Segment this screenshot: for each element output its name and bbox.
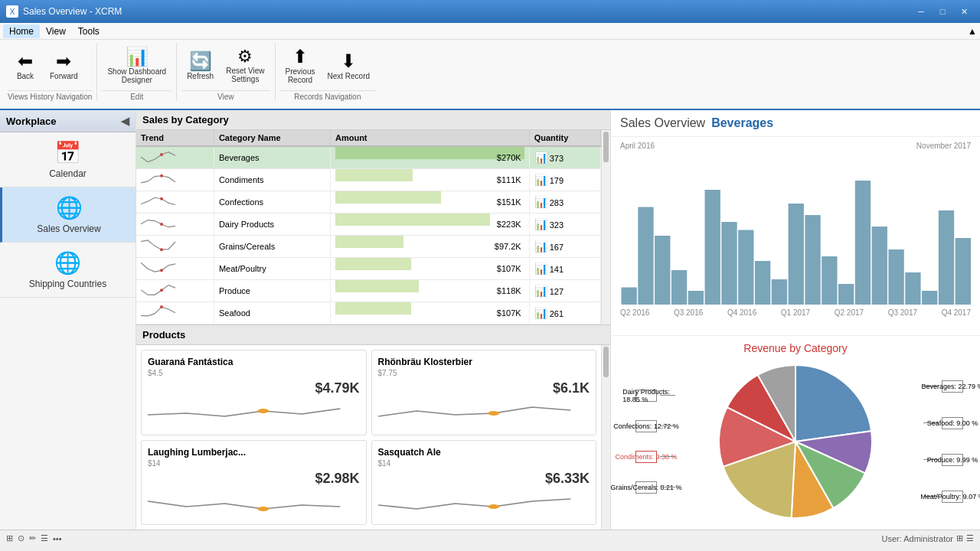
menu-item-home[interactable]: Home bbox=[3, 24, 40, 38]
user-label: User: Administrator bbox=[881, 534, 953, 543]
svg-point-8 bbox=[257, 409, 269, 413]
back-label: Back bbox=[17, 72, 34, 80]
amount-cell-6: $118K bbox=[330, 280, 529, 302]
svg-rect-14 bbox=[655, 236, 670, 305]
next-label: Next Record bbox=[327, 72, 370, 80]
trend-cell-7 bbox=[136, 302, 214, 324]
table-row[interactable]: Meat/Poultry $107K 📊 141 bbox=[136, 258, 601, 280]
sidebar-item-shipping-countries[interactable]: 🌐 Shipping Countries bbox=[0, 243, 136, 298]
col-category: Category Name bbox=[214, 130, 330, 146]
product-card[interactable]: Rhönbräu Klosterbier $7.75 $6.1K bbox=[371, 350, 597, 435]
svg-point-0 bbox=[160, 153, 163, 156]
dashboard-icon: 📊 bbox=[126, 47, 149, 66]
group-label-edit: Edit bbox=[102, 90, 172, 101]
category-cell-4: Grains/Cereals bbox=[214, 236, 330, 258]
svg-rect-12 bbox=[621, 288, 636, 305]
menu-expander[interactable]: ▲ bbox=[968, 26, 977, 37]
table-row[interactable]: Produce $118K 📊 127 bbox=[136, 280, 601, 302]
amount-cell-2: $151K bbox=[330, 191, 529, 214]
table-row[interactable]: Beverages $270K 📊 373 bbox=[136, 146, 601, 169]
forward-button[interactable]: ➡ Forward bbox=[44, 49, 83, 83]
sidebar-title: Workplace bbox=[6, 116, 57, 127]
legend-produce: Produce: 9.99 % bbox=[923, 454, 963, 466]
status-more[interactable]: ••• bbox=[53, 534, 62, 543]
table-scrollbar[interactable] bbox=[601, 130, 610, 324]
pie-chart-container: Revenue by Category Dairy Products:18.85… bbox=[611, 336, 980, 530]
close-button[interactable]: ✕ bbox=[954, 4, 974, 19]
ribbon-content: ⬅ Back ➡ Forward Views History Navigatio… bbox=[0, 40, 980, 109]
category-cell-3: Dairy Products bbox=[214, 214, 330, 236]
main-layout: Workplace ◀ 📅 Calendar 🌐 Sales Overview … bbox=[0, 110, 980, 530]
product-card[interactable]: Guaraná Fantástica $4.5 $4.79K bbox=[141, 350, 367, 435]
pie-chart-svg bbox=[719, 365, 872, 518]
pie-chart-title: Revenue by Category bbox=[620, 342, 971, 354]
x-label-q3-2016: Q3 2016 bbox=[674, 308, 703, 317]
previous-record-button[interactable]: ⬆ Previous Record bbox=[280, 44, 321, 87]
legend-dairy-box: Dairy Products:18.85 % bbox=[635, 390, 657, 402]
product-card[interactable]: Laughing Lumberjac... $14 $2.98K bbox=[141, 440, 367, 526]
legend-grains: Grains/Cereals: 8.21 % bbox=[635, 481, 675, 494]
table-row[interactable]: Condiments $111K 📊 179 bbox=[136, 169, 601, 191]
col-trend: Trend bbox=[136, 130, 214, 146]
back-button[interactable]: ⬅ Back bbox=[8, 49, 43, 83]
minimize-button[interactable]: ─ bbox=[911, 4, 931, 19]
product-name: Guaraná Fantástica bbox=[148, 357, 360, 367]
trend-cell-1 bbox=[136, 169, 214, 191]
maximize-button[interactable]: □ bbox=[933, 4, 952, 19]
sidebar-toggle-button[interactable]: ◀ bbox=[121, 115, 129, 127]
product-value: $4.79K bbox=[148, 380, 360, 396]
products-scrollbar[interactable] bbox=[601, 345, 610, 530]
ribbon-group-btns-view: 🔄 Refresh ⚙ Reset View Settings bbox=[181, 43, 270, 89]
product-price: $7.75 bbox=[378, 369, 590, 377]
menu-item-tools[interactable]: Tools bbox=[72, 24, 106, 38]
table-row[interactable]: Confections $151K 📊 283 bbox=[136, 191, 601, 214]
product-value: $6.1K bbox=[378, 380, 590, 396]
reset-view-settings-button[interactable]: ⚙ Reset View Settings bbox=[220, 45, 270, 86]
product-card[interactable]: Sasquatch Ale $14 $6.33K bbox=[371, 440, 597, 526]
sidebar-item-calendar[interactable]: 📅 Calendar bbox=[0, 132, 136, 187]
svg-point-4 bbox=[160, 248, 163, 251]
refresh-icon: 🔄 bbox=[189, 52, 212, 70]
col-amount: Amount bbox=[330, 130, 529, 146]
menu-item-view[interactable]: View bbox=[40, 24, 72, 38]
sidebar-item-sales-overview[interactable]: 🌐 Sales Overview bbox=[0, 187, 136, 243]
reset-icon: ⚙ bbox=[237, 48, 253, 65]
chart-title-sub: Beverages bbox=[711, 116, 773, 130]
title-bar: X Sales Overview - XCRM ─ □ ✕ bbox=[0, 0, 980, 23]
table-scroll-thumb bbox=[603, 132, 609, 162]
quantity-cell-1: 📊 179 bbox=[529, 169, 601, 191]
svg-rect-19 bbox=[738, 230, 753, 305]
chart-title-main: Sales Overview bbox=[620, 116, 705, 130]
x-label-q2-2017: Q2 2017 bbox=[835, 308, 864, 317]
category-cell-7: Seafood bbox=[214, 302, 330, 324]
svg-rect-32 bbox=[956, 238, 971, 305]
table-row[interactable]: Seafood $107K 📊 261 bbox=[136, 302, 601, 324]
ribbon-group-history: ⬅ Back ➡ Forward Views History Navigatio… bbox=[5, 43, 97, 101]
svg-rect-21 bbox=[772, 279, 787, 305]
product-name: Rhönbräu Klosterbier bbox=[378, 357, 590, 367]
status-left: ⊞ ⊙ ✏ ☰ ••• bbox=[6, 533, 62, 543]
status-icon-2: ⊙ bbox=[18, 533, 24, 543]
pie-legend-left: Dairy Products:18.85 % Confections: 12.7… bbox=[635, 390, 675, 494]
svg-point-1 bbox=[160, 174, 163, 178]
table-row[interactable]: Grains/Cereals $97.2K 📊 167 bbox=[136, 236, 601, 258]
product-name: Sasquatch Ale bbox=[378, 447, 590, 458]
bar-chart-svg bbox=[620, 152, 971, 305]
chart-header: Sales Overview Beverages bbox=[611, 110, 980, 137]
table-row[interactable]: Dairy Products $223K 📊 323 bbox=[136, 214, 601, 236]
next-record-button[interactable]: ⬇ Next Record bbox=[322, 49, 375, 83]
svg-rect-13 bbox=[638, 207, 653, 305]
bar-chart-label-right: November 2017 bbox=[916, 142, 971, 150]
svg-rect-18 bbox=[721, 222, 737, 305]
x-label-q4-2017: Q4 2017 bbox=[942, 308, 971, 317]
dashboard-label: Show Dashboard Designer bbox=[107, 67, 166, 84]
show-dashboard-designer-button[interactable]: 📊 Show Dashboard Designer bbox=[102, 44, 172, 87]
sidebar-shipping-label: Shipping Countries bbox=[29, 279, 106, 289]
amount-cell-4: $97.2K bbox=[330, 236, 529, 258]
legend-beverages: Beverages: 22.79 % bbox=[923, 380, 963, 393]
refresh-button[interactable]: 🔄 Refresh bbox=[181, 49, 219, 83]
calendar-icon: 📅 bbox=[54, 140, 81, 165]
legend-confections-line bbox=[660, 425, 675, 426]
product-chart bbox=[148, 399, 360, 422]
col-quantity: Quantity bbox=[529, 130, 601, 146]
